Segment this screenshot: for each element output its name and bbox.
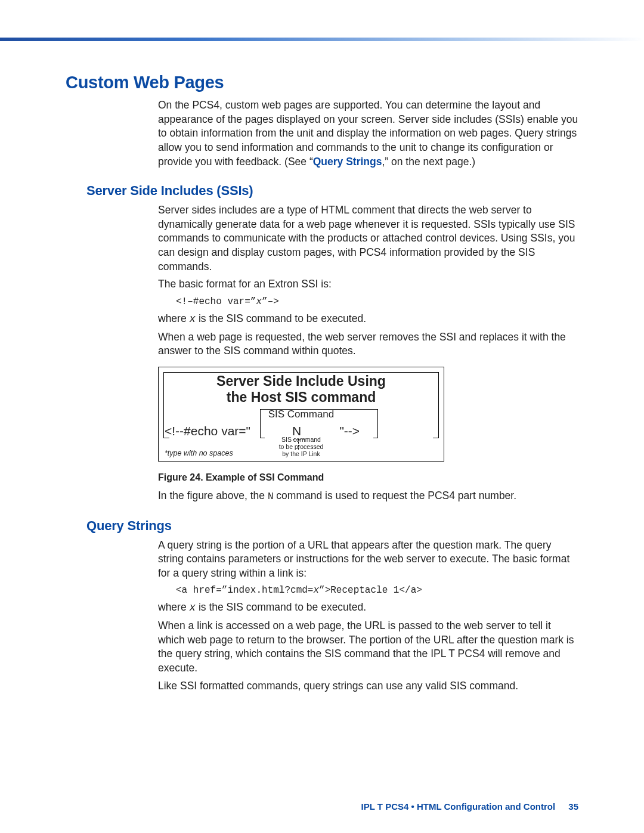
bracket-outer-top [163,372,439,373]
heading-query-strings: Query Strings [86,518,578,534]
ssi-paragraph-2: The basic format for an Extron SSI is: [158,277,578,292]
annot-l1: SIS command [281,436,321,443]
p3-var: x [190,313,196,325]
qs-code-var: x [313,585,319,596]
qs-code-pre: <a href=”index.html?cmd= [176,585,313,596]
code-var: x [256,296,262,307]
intro-paragraph: On the PCS4, custom web pages are suppor… [158,98,578,169]
bracket-sis-right [377,409,378,438]
figure-annotation: SIS command to be processed by the IP Li… [159,436,444,457]
qs-paragraph-4: Like SSI formatted commands, query strin… [158,679,578,693]
ssi-paragraph-5: In the figure above, the N command is us… [158,489,578,504]
intro-text-b: ,” on the next page.) [382,156,475,168]
annot-l2: to be processed [279,443,324,450]
p3-pre: where [158,312,190,324]
footer-text: IPL T PCS4 • HTML Configuration and Cont… [361,801,556,812]
figure-title-line2: the Host SIS command [227,389,376,405]
figure-title-line1: Server Side Include Using [216,373,386,389]
bracket-outer-right [438,372,439,438]
bracket-sis-label [260,409,378,410]
page-footer: IPL T PCS4 • HTML Configuration and Cont… [361,801,578,812]
qs-paragraph-1: A query string is the portion of a URL t… [158,538,578,581]
p5-cmd: N [268,491,274,502]
qs-p2-pre: where [158,601,190,613]
figure-title: Server Side Include Using the Host SIS c… [165,373,438,406]
figure-caption: Figure 24. Example of SSI Command [158,472,578,483]
figure-24: Server Side Include Using the Host SIS c… [158,367,578,483]
page-content: Custom Web Pages On the PCS4, custom web… [0,42,644,833]
code-pre: <!–#echo var=” [176,296,256,307]
heading-custom-web-pages: Custom Web Pages [66,73,578,92]
page-number: 35 [568,801,578,812]
annot-l3: by the IP Link [282,450,320,457]
p5-pre: In the figure above, the [158,490,268,501]
query-strings-link[interactable]: Query Strings [313,156,382,168]
qs-p2-post: is the SIS command to be executed. [196,601,366,613]
ssi-code-format: <!–#echo var=”x”–> [176,296,578,307]
p3-post: is the SIS command to be executed. [196,312,366,324]
ssi-paragraph-1: Server sides includes are a type of HTML… [158,203,578,274]
figure-sis-label: SIS Command [165,408,438,420]
qs-code-format: <a href=”index.html?cmd=x”>Receptacle 1<… [176,585,578,596]
code-post: ”–> [262,296,279,307]
qs-code-post: ”>Receptacle 1</a> [319,585,422,596]
header-gradient-bar [0,38,644,41]
qs-p2-var: x [190,602,196,614]
ssi-paragraph-4: When a web page is requested, the web se… [158,330,578,358]
bracket-sis-left [260,409,261,438]
bracket-outer-left [163,372,164,438]
qs-paragraph-3: When a link is accessed on a web page, t… [158,619,578,676]
heading-ssi: Server Side Includes (SSIs) [86,183,578,199]
qs-paragraph-2: where x is the SIS command to be execute… [158,600,578,615]
figure-box: Server Side Include Using the Host SIS c… [158,367,444,462]
ssi-paragraph-3: where x is the SIS command to be execute… [158,312,578,327]
p5-post: command is used to request the PCS4 part… [274,490,517,501]
